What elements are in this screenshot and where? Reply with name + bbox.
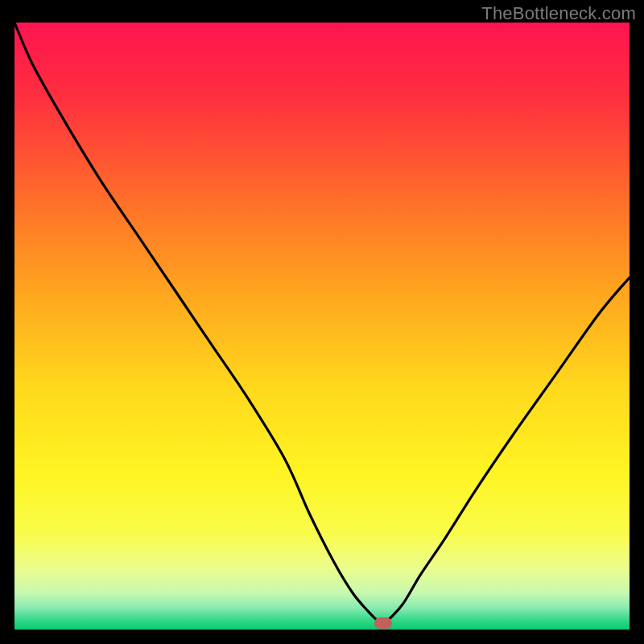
watermark-text: TheBottleneck.com bbox=[481, 3, 636, 24]
minimum-marker bbox=[374, 617, 392, 629]
plot-area bbox=[14, 23, 630, 630]
chart-container: TheBottleneck.com bbox=[0, 0, 644, 644]
bottleneck-curve bbox=[14, 23, 630, 630]
